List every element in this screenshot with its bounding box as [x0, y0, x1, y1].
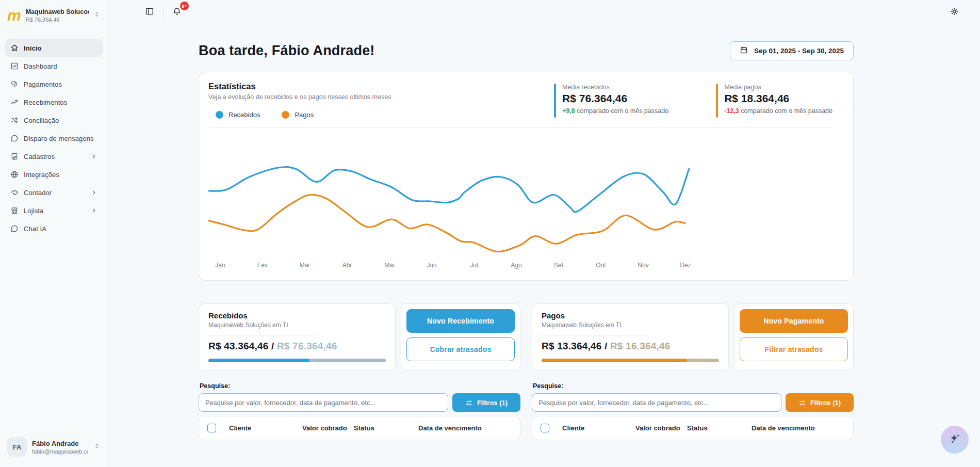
- sidebar-item-label: Disparo de mensagens: [24, 135, 97, 142]
- x-tick-label: Out: [593, 262, 609, 269]
- legend-item: Pagos: [282, 111, 314, 119]
- recebidos-summary-card: Recebidos Maquinaweb Soluções em TI R$ 4…: [199, 303, 396, 371]
- select-all-checkbox[interactable]: [541, 424, 549, 432]
- sidebar-item-pagamentos[interactable]: Pagamentos: [5, 75, 103, 93]
- recebidos-secondary-button[interactable]: Cobrar atrasados: [406, 337, 515, 361]
- pagos-primary-button[interactable]: Novo Pagamento: [740, 309, 848, 333]
- message-icon: [10, 134, 19, 142]
- sidebar-item-label: Conciliação: [24, 117, 97, 124]
- chat-icon: [10, 224, 19, 233]
- sidebar-item-integracoes[interactable]: Integrações: [5, 166, 103, 183]
- legend-dot: [282, 111, 289, 119]
- pagos-secondary-button[interactable]: Filtrar atrasados: [740, 337, 848, 361]
- divider: [208, 127, 832, 127]
- sidebar-toggle-button[interactable]: [142, 5, 157, 20]
- calendar-icon: [740, 46, 748, 56]
- progress-fill: [208, 359, 309, 362]
- sidebar-item-inicio[interactable]: Início: [5, 39, 103, 57]
- sidebar-item-label: Chat IA: [24, 225, 97, 233]
- sidebar-item-lojista[interactable]: Lojista: [5, 202, 103, 219]
- sidebar-item-recebimentos[interactable]: Recebimentos: [5, 93, 103, 111]
- app-root: m Maquinaweb Solucoes e... R$ 76.364,46 …: [0, 0, 980, 467]
- bell-icon: [172, 7, 182, 18]
- table-header-row: ClienteValor cobradoStatusData de vencim…: [199, 416, 520, 440]
- chart-line-recebidos: [208, 167, 689, 212]
- home-icon: [10, 44, 19, 52]
- select-all-checkbox[interactable]: [207, 424, 216, 432]
- column-header: Cliente: [562, 424, 635, 432]
- chevron-right-icon: [90, 207, 97, 214]
- company-name: Maquinaweb Solucoes e...: [26, 8, 89, 15]
- amount-total: R$ 16.364,46: [610, 341, 671, 351]
- sidebar-item-conciliacao[interactable]: Conciliação: [5, 111, 103, 129]
- x-tick-label: Jul: [466, 262, 482, 269]
- x-tick-label: Set: [551, 262, 566, 269]
- company-switcher[interactable]: m Maquinaweb Solucoes e... R$ 76.364,46: [5, 6, 103, 25]
- coins-icon: [10, 80, 19, 88]
- column-header: Valor cobrado: [635, 424, 687, 432]
- chart-canvas: [208, 132, 695, 261]
- recebidos-actions-card: Novo Recebimento Cobrar atrasados: [401, 303, 520, 371]
- notifications-button[interactable]: 9+: [170, 5, 184, 20]
- table-header-row: ClienteValor cobradoStatusData de vencim…: [532, 416, 853, 440]
- summary-title: Recebidos: [208, 311, 386, 320]
- theme-toggle-button[interactable]: [947, 5, 961, 20]
- user-email: fabio@maquinaweb.com.br: [32, 448, 88, 455]
- user-menu[interactable]: FA Fábio Andrade fabio@maquinaweb.com.br: [5, 434, 103, 460]
- chart-icon: [10, 62, 19, 70]
- kpi-block: Média recebidosR$ 76.364,46+9,8 comparad…: [554, 84, 668, 119]
- recebidos-primary-button[interactable]: Novo Recebimento: [406, 309, 515, 333]
- kpi-label: Média pagos: [724, 84, 832, 91]
- recebidos-section: Recebidos Maquinaweb Soluções em TI R$ 4…: [199, 303, 520, 440]
- chevron-right-icon: [90, 153, 97, 160]
- sidebar-item-cadastros[interactable]: Cadastros: [5, 148, 103, 165]
- divider: [208, 335, 315, 335]
- recebidos-table: ClienteValor cobradoStatusData de vencim…: [199, 416, 520, 440]
- pagos-section: Pagos Maquinaweb Soluções em TI R$ 13.36…: [532, 303, 854, 440]
- sidebar-item-label: Integrações: [24, 171, 97, 179]
- amount-current: R$ 13.364,46: [542, 341, 602, 351]
- sidebar-item-contador[interactable]: Contador: [5, 184, 103, 201]
- kpi-accent-bar: [554, 84, 556, 118]
- summary-subtitle: Maquinaweb Soluções em TI: [208, 321, 386, 329]
- recebidos-search-input[interactable]: [199, 393, 448, 412]
- sidebar-item-disparo-de-mensagens[interactable]: Disparo de mensagens: [5, 130, 103, 147]
- column-header: Data de vencimento: [418, 424, 520, 432]
- x-tick-label: Jan: [213, 262, 228, 269]
- pagos-search-input[interactable]: [532, 393, 781, 412]
- pagos-filters-button[interactable]: Filtros (1): [786, 393, 854, 412]
- kpi-label: Média recebidos: [562, 84, 668, 91]
- progress-bar: [208, 359, 386, 362]
- page-title: Boa tarde, Fábio Andrade!: [199, 43, 375, 59]
- kpi-delta-row: +9,8 comparado com o mês passado: [562, 107, 668, 115]
- pagos-actions-card: Novo Pagamento Filtrar atrasados: [734, 303, 854, 371]
- sidebar-item-label: Início: [24, 44, 97, 52]
- sparkles-icon: [948, 432, 961, 447]
- kpi-accent-bar: [716, 84, 718, 118]
- sidebar: m Maquinaweb Solucoes e... R$ 76.364,46 …: [0, 0, 108, 467]
- sidebar-item-chat-ia[interactable]: Chat IA: [5, 220, 103, 237]
- pagos-table: ClienteValor cobradoStatusData de vencim…: [532, 416, 854, 440]
- x-tick-label: Abr: [339, 262, 355, 269]
- progress-bar: [542, 359, 719, 362]
- recebidos-filters-button[interactable]: Filtros (1): [452, 393, 520, 412]
- sidebar-item-dashboard[interactable]: Dashboard: [5, 57, 103, 75]
- sun-icon: [950, 7, 959, 18]
- statistics-title: Estatísticas: [208, 82, 391, 91]
- sidebar-nav: InícioDashboardPagamentosRecebimentosCon…: [5, 39, 103, 237]
- progress-fill: [542, 359, 687, 362]
- ai-assistant-button[interactable]: [941, 426, 969, 454]
- x-tick-label: Mar: [297, 262, 313, 269]
- date-range-button[interactable]: Sep 01, 2025 - Sep 30, 2025: [730, 41, 854, 60]
- kpi-group: Média recebidosR$ 76.364,46+9,8 comparad…: [554, 82, 832, 119]
- x-tick-label: Jun: [424, 262, 439, 269]
- globe-icon: [10, 170, 19, 179]
- sidebar-item-label: Pagamentos: [24, 80, 97, 88]
- x-tick-label: Mai: [382, 262, 397, 269]
- legend-label: Pagos: [295, 111, 314, 119]
- line-chart: JanFevMarAbrMaiJunJulAgoSetOutNovDez: [208, 132, 698, 271]
- company-logo: m: [6, 8, 21, 23]
- column-header: Status: [687, 424, 752, 432]
- chevron-right-icon: [90, 189, 97, 196]
- column-header: Data de vencimento: [752, 424, 853, 432]
